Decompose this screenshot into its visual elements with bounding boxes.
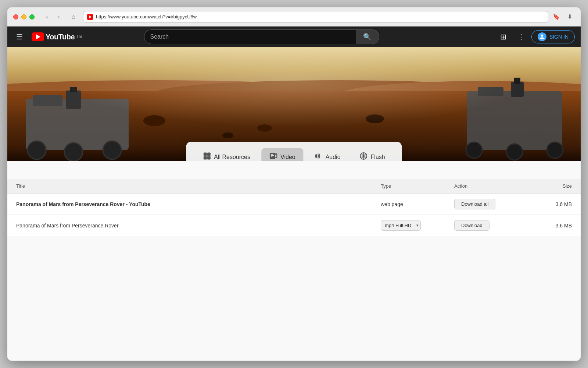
youtube-header: ☰ YouTube UA 🔍 ⊞ ⋮ (7, 26, 581, 47)
row-1-action: Download all (454, 199, 528, 209)
youtube-logo-text: YouTube (46, 33, 75, 41)
tab-flash-label: Flash (371, 154, 385, 160)
tab-audio-label: Audio (326, 154, 341, 160)
header-title: Title (16, 183, 381, 189)
sign-in-button[interactable]: SIGN IN (531, 30, 575, 43)
svg-rect-27 (207, 153, 210, 156)
row-2-format: mp4 Full HD mp4 HD mp4 SD webm (381, 220, 454, 231)
video-area: All Resources Video (7, 47, 581, 161)
bookmark-button[interactable]: 🔖 (553, 13, 560, 20)
row-1-type: web page (381, 201, 454, 207)
download-label: Download (461, 223, 483, 228)
nav-buttons: ‹ › (42, 12, 64, 22)
svg-rect-30 (270, 153, 275, 159)
empty-area (7, 236, 581, 310)
tab-flash[interactable]: Flash (352, 148, 393, 161)
row-2-action: Download (454, 220, 528, 231)
format-select-wrapper: mp4 Full HD mp4 HD mp4 SD webm (381, 220, 421, 231)
download-button[interactable]: Download (454, 220, 490, 231)
audio-icon (315, 152, 323, 161)
row-1-title: Panorama of Mars from Perseverance Rover… (16, 201, 381, 207)
table-header: Title Type Action Size (7, 179, 581, 194)
play-triangle-icon (36, 34, 40, 39)
youtube-logo[interactable]: YouTube UA (32, 32, 82, 41)
search-input[interactable] (144, 29, 356, 44)
download-all-button[interactable]: Download all (454, 199, 495, 209)
home-button[interactable]: ⌂ (68, 12, 79, 22)
header-actions: ⊞ ⋮ SIGN IN (496, 29, 575, 44)
all-resources-icon (203, 152, 211, 161)
header-size: Size (528, 183, 572, 189)
svg-rect-29 (207, 156, 210, 159)
flash-icon (360, 152, 368, 161)
traffic-lights (13, 14, 35, 20)
video-icon (269, 152, 277, 161)
tab-all-resources[interactable]: All Resources (195, 148, 258, 161)
grid-icon-button[interactable]: ⊞ (496, 29, 511, 44)
youtube-logo-ua: UA (77, 35, 82, 39)
browser-window: ‹ › ⌂ https://www.youtube.com/watch?v=ir… (7, 7, 581, 361)
site-favicon (87, 14, 93, 20)
row-1-size: 3,6 MB (528, 201, 572, 207)
search-container: 🔍 (144, 29, 379, 44)
search-icon: 🔍 (363, 33, 371, 41)
url-text: https://www.youtube.com/watch?v=irbigpyc… (96, 14, 544, 20)
grid-icon: ⊞ (500, 32, 506, 41)
youtube-logo-icon (32, 32, 44, 41)
minimize-button[interactable] (21, 14, 26, 20)
title-bar: ‹ › ⌂ https://www.youtube.com/watch?v=ir… (7, 7, 581, 26)
more-dots-icon: ⋮ (517, 32, 525, 41)
more-options-button[interactable]: ⋮ (514, 29, 528, 44)
svg-rect-28 (204, 156, 207, 159)
tab-audio[interactable]: Audio (306, 148, 349, 161)
tab-video-label: Video (280, 154, 295, 160)
header-type: Type (381, 183, 454, 189)
sign-in-label: SIGN IN (549, 34, 569, 40)
download-content: Title Type Action Size Panorama of Mars … (7, 161, 581, 361)
search-button[interactable]: 🔍 (356, 29, 379, 44)
tab-video[interactable]: Video (261, 148, 304, 161)
format-select[interactable]: mp4 Full HD mp4 HD mp4 SD webm (381, 220, 421, 231)
row-2-size: 3,6 MB (528, 223, 572, 229)
menu-icon[interactable]: ☰ (13, 29, 26, 44)
table-row: Panorama of Mars from Perseverance Rover… (7, 215, 581, 236)
address-bar[interactable]: https://www.youtube.com/watch?v=irbigpyc… (83, 11, 548, 23)
maximize-button[interactable] (29, 14, 35, 20)
svg-rect-26 (204, 153, 207, 156)
header-action: Action (454, 183, 528, 189)
back-button[interactable]: ‹ (42, 12, 52, 22)
forward-button[interactable]: › (54, 12, 64, 22)
user-icon (538, 32, 546, 41)
table-row: Panorama of Mars from Perseverance Rover… (7, 194, 581, 215)
resource-toolbar: All Resources Video (186, 142, 402, 161)
row-2-title: Panorama of Mars from Perseverance Rover (16, 223, 381, 229)
close-button[interactable] (13, 14, 18, 20)
download-all-label: Download all (461, 201, 488, 207)
browser-download-button[interactable]: ⬇ (564, 12, 575, 22)
tab-all-resources-label: All Resources (214, 154, 250, 160)
